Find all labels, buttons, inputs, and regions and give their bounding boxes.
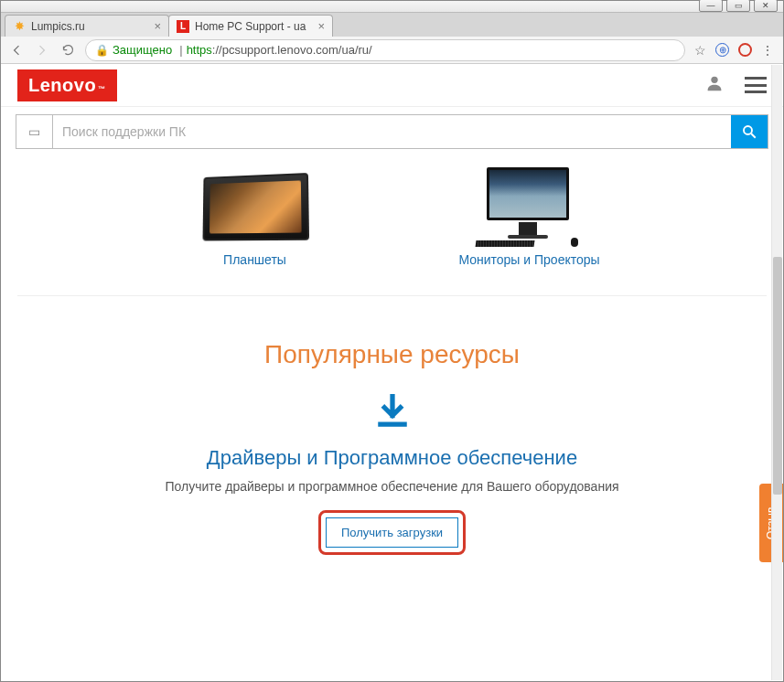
product-tablets[interactable]: Планшеты: [173, 165, 338, 270]
secure-label: Защищено: [113, 43, 172, 57]
tab-title: Home PC Support - ua: [195, 20, 314, 33]
tab-lumpics[interactable]: ✸ Lumpics.ru ×: [5, 15, 169, 37]
page-header: Lenovo™: [1, 64, 783, 107]
opera-icon[interactable]: [738, 43, 752, 57]
drivers-section-desc: Получите драйверы и программное обеспече…: [1, 479, 783, 494]
window-close-button[interactable]: ✕: [754, 0, 778, 12]
sun-icon: ✸: [13, 20, 26, 33]
highlight-annotation: Получить загрузки: [318, 510, 466, 555]
close-icon[interactable]: ×: [154, 19, 161, 33]
search-bar: ▭: [1, 107, 783, 155]
product-label: Мониторы и Проекторы: [447, 251, 612, 270]
device-type-icon[interactable]: ▭: [16, 115, 53, 148]
globe-icon[interactable]: ⊕: [715, 43, 729, 57]
monitor-image: [447, 165, 612, 246]
tab-strip: ✸ Lumpics.ru × L Home PC Support - ua ×: [1, 13, 783, 37]
hamburger-menu-icon[interactable]: [745, 77, 767, 93]
svg-point-1: [744, 126, 752, 134]
tablet-image: [173, 165, 338, 246]
svg-line-2: [751, 133, 756, 138]
address-bar: 🔒 Защищено | https://pcsupport.lenovo.co…: [1, 37, 783, 64]
kebab-menu-icon[interactable]: ⋮: [761, 43, 774, 58]
trademark-icon: ™: [98, 85, 106, 93]
product-monitors[interactable]: Мониторы и Проекторы: [447, 165, 612, 270]
url-protocol: https: [187, 43, 212, 57]
lenovo-logo[interactable]: Lenovo™: [17, 69, 117, 101]
download-icon: [1, 393, 783, 432]
search-button[interactable]: [731, 115, 768, 148]
window-minimize-button[interactable]: —: [699, 0, 723, 12]
scrollbar-track[interactable]: [771, 65, 782, 680]
tab-lenovo-support[interactable]: L Home PC Support - ua ×: [168, 15, 333, 37]
logo-text: Lenovo: [28, 75, 96, 96]
tab-title: Lumpics.ru: [31, 20, 150, 33]
browser-window: — ▭ ✕ ✸ Lumpics.ru × L Home PC Support -…: [0, 0, 784, 682]
lenovo-favicon-icon: L: [177, 20, 189, 33]
window-titlebar: — ▭ ✕: [1, 1, 783, 13]
close-icon[interactable]: ×: [317, 19, 325, 33]
account-icon[interactable]: [704, 73, 725, 97]
url-text: ://pcsupport.lenovo.com/ua/ru/: [212, 43, 372, 57]
popular-resources-heading: Популярные ресурсы: [1, 314, 783, 393]
lock-icon: 🔒: [95, 44, 109, 57]
page-content: Планшеты Мониторы и Проекторы Популярные…: [1, 155, 783, 555]
drivers-section-title: Драйверы и Программное обеспечение: [1, 446, 783, 470]
forward-button[interactable]: [34, 42, 50, 59]
search-input[interactable]: [53, 115, 731, 148]
scrollbar-thumb[interactable]: [773, 257, 782, 495]
get-downloads-button[interactable]: Получить загрузки: [326, 517, 458, 548]
url-field[interactable]: 🔒 Защищено | https://pcsupport.lenovo.co…: [85, 39, 685, 61]
star-icon[interactable]: ☆: [694, 43, 706, 58]
product-label: Планшеты: [173, 251, 338, 270]
svg-rect-3: [378, 421, 407, 426]
window-maximize-button[interactable]: ▭: [726, 0, 750, 12]
reload-button[interactable]: [59, 42, 76, 59]
svg-point-0: [711, 77, 717, 83]
divider: [17, 295, 767, 296]
back-button[interactable]: [8, 42, 25, 59]
